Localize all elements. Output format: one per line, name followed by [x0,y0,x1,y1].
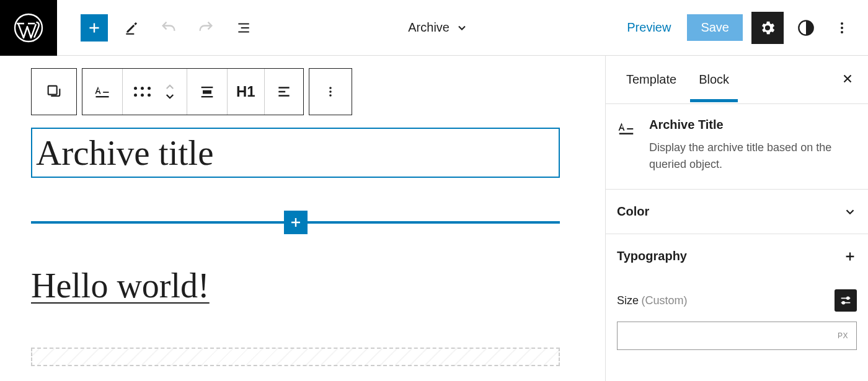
list-view-icon [235,20,251,36]
size-presets-button[interactable] [835,289,857,312]
top-left-tools [57,14,257,42]
placeholder-block[interactable] [31,348,560,366]
typography-panel-toggle[interactable]: Typography [606,234,868,278]
size-control-header: Size (Custom) [606,278,868,317]
svg-rect-6 [48,86,57,95]
block-toolbar: H1 [31,68,574,115]
block-type-icon [617,118,636,173]
svg-point-11 [329,87,332,89]
svg-rect-9 [202,87,213,88]
size-input[interactable] [617,322,857,350]
pencil-icon [123,20,140,36]
color-panel-label: Color [617,204,649,219]
move-arrows[interactable] [164,83,175,100]
block-name: Archive Title [649,118,857,132]
svg-rect-14 [619,133,634,135]
archive-title-icon [617,119,636,138]
color-panel-toggle[interactable]: Color [606,190,868,234]
preview-button[interactable]: Preview [619,14,678,41]
select-parent-button[interactable] [32,69,76,115]
size-custom-label: (Custom) [641,294,687,307]
svg-rect-1 [126,33,134,34]
block-info-panel: Archive Title Display the archive title … [606,104,868,190]
drag-handle[interactable] [134,87,151,97]
list-view-button[interactable] [229,14,257,42]
typography-panel-label: Typography [617,249,687,263]
svg-point-4 [841,27,843,29]
group-icon [45,83,63,100]
undo-button[interactable] [155,14,182,42]
svg-point-5 [841,31,843,33]
redo-icon [197,19,215,37]
align-button[interactable] [187,69,228,115]
undo-icon [160,19,177,37]
drag-move-group [123,69,187,115]
chevron-down-icon [456,22,468,34]
block-more-button[interactable] [309,69,352,115]
editor-body: H1 Archive title Hello wor [0,56,868,381]
settings-button[interactable] [751,12,784,44]
tab-template[interactable]: Template [615,58,688,102]
more-options-button[interactable] [828,14,856,42]
plus-icon [288,215,303,230]
top-right-actions: Preview Save [619,12,868,44]
close-icon [841,72,854,85]
redo-button[interactable] [192,14,219,42]
archive-title-text: Archive title [36,133,555,173]
svg-rect-10 [202,96,213,97]
svg-rect-7 [96,96,109,97]
editor-canvas[interactable]: H1 Archive title Hello wor [0,56,605,381]
plus-icon [86,20,102,36]
more-vertical-icon [323,84,338,99]
plus-icon [843,250,857,263]
svg-point-16 [843,302,845,304]
tab-block[interactable]: Block [688,58,740,102]
size-unit-label[interactable]: PX [838,331,848,340]
archive-title-block[interactable]: Archive title [31,128,560,178]
chevron-down-icon [164,93,175,100]
more-vertical-icon [835,20,849,35]
archive-title-icon [94,83,111,100]
editor-topbar: Archive Preview Save [0,0,868,56]
size-label: Size [617,294,639,307]
gear-icon [759,19,776,37]
template-name-label: Archive [408,20,450,35]
svg-point-12 [329,90,332,93]
add-block-button[interactable] [81,14,108,42]
sidebar-tabs: Template Block [606,56,868,104]
wordpress-icon [14,13,43,43]
inline-insert-button[interactable] [284,211,308,234]
text-align-button[interactable] [265,69,303,115]
edit-tool-button[interactable] [118,14,145,42]
close-sidebar-button[interactable] [841,72,854,88]
post-title-block[interactable]: Hello world! [31,266,574,305]
sliders-icon [839,294,852,307]
save-button[interactable]: Save [687,14,743,41]
svg-point-13 [329,94,332,97]
svg-point-3 [841,22,843,25]
align-icon [198,83,216,100]
wp-logo-button[interactable] [0,0,57,56]
heading-level-button[interactable]: H1 [228,69,265,115]
styles-icon [797,19,815,37]
block-type-button[interactable] [82,69,123,115]
svg-point-15 [847,297,849,300]
styles-button[interactable] [792,14,820,42]
size-input-wrap: PX [606,317,868,355]
text-align-left-icon [276,84,292,100]
block-inserter-line [31,221,560,224]
chevron-up-icon [164,83,175,90]
settings-sidebar: Template Block Archive Title Display the… [605,56,868,381]
block-description: Display the archive title based on the q… [649,139,857,173]
svg-rect-8 [203,90,211,94]
chevron-down-icon [843,205,857,219]
template-selector[interactable]: Archive [257,20,619,35]
